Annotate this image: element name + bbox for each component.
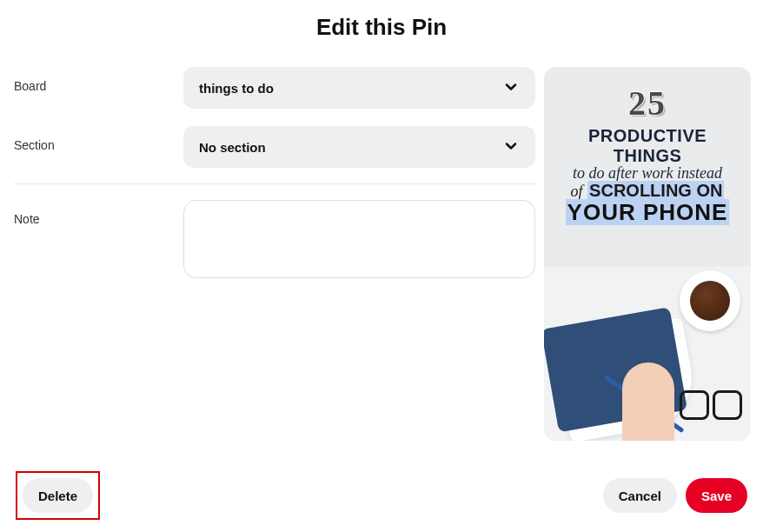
section-row: Section No section	[14, 126, 535, 168]
delete-button[interactable]: Delete	[23, 478, 93, 513]
modal-content: Board things to do Section No section	[0, 67, 763, 441]
pin-line3: of SCROLLING ON	[553, 181, 742, 201]
modal-title: Edit this Pin	[0, 0, 763, 67]
pin-line4: YOUR PHONE	[553, 199, 742, 226]
chevron-down-icon	[502, 78, 520, 98]
note-input[interactable]	[183, 200, 535, 278]
preview-column: 25 PRODUCTIVE THINGS to do after work in…	[544, 67, 751, 441]
section-label: Section	[14, 126, 183, 152]
board-select[interactable]: things to do	[183, 67, 535, 109]
coffee-cup-icon	[680, 270, 740, 331]
divider	[14, 183, 535, 184]
pin-line1: PRODUCTIVE THINGS	[553, 126, 742, 166]
form-column: Board things to do Section No section	[14, 67, 535, 441]
note-row: Note	[14, 200, 535, 282]
modal-footer: Delete Cancel Save	[0, 471, 763, 520]
hand-icon	[622, 362, 674, 441]
note-label: Note	[14, 200, 183, 226]
pin-number: 25	[553, 86, 742, 121]
board-row: Board things to do	[14, 67, 535, 109]
pin-line2: to do after work instead	[553, 164, 742, 183]
section-select[interactable]: No section	[183, 126, 535, 168]
board-label: Board	[14, 67, 183, 93]
chevron-down-icon	[502, 137, 520, 157]
section-select-value: No section	[199, 140, 266, 155]
glasses-icon	[680, 390, 742, 418]
save-button[interactable]: Save	[686, 478, 747, 513]
pin-illustration	[544, 267, 751, 441]
delete-highlight-box: Delete	[16, 471, 100, 520]
board-select-value: things to do	[199, 81, 274, 96]
pin-preview-image: 25 PRODUCTIVE THINGS to do after work in…	[544, 67, 751, 441]
cancel-button[interactable]: Cancel	[603, 478, 677, 513]
